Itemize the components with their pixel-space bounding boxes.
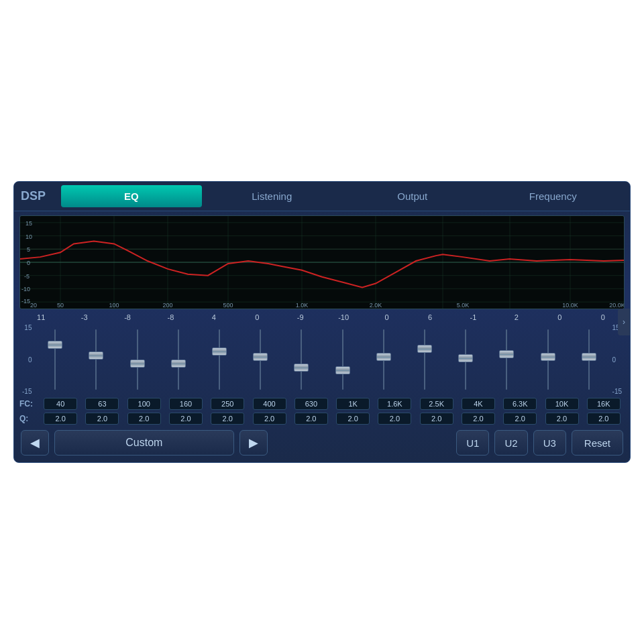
slider-track-3 (178, 329, 179, 390)
q-cell-4[interactable]: 2.0 (211, 413, 244, 425)
fc-cell-2[interactable]: 100 (127, 398, 161, 410)
tab-listening[interactable]: Listening (202, 185, 343, 207)
q-cell-10[interactable]: 2.0 (462, 413, 495, 425)
slider-track-9 (424, 329, 425, 390)
fc-cells: 40631001602504006301K1.6K2.5K4K6.3K10K16… (40, 398, 625, 410)
q-cell-11[interactable]: 2.0 (503, 413, 537, 425)
app-container: DSP EQ Listening Output Frequency (13, 181, 631, 463)
slider-13[interactable] (572, 326, 606, 393)
fc-cell-3[interactable]: 160 (169, 398, 203, 410)
value-label-6: -9 (282, 313, 319, 321)
tab-frequency[interactable]: Frequency (483, 185, 624, 207)
tab-eq[interactable]: EQ (61, 185, 202, 207)
q-cell-9[interactable]: 2.0 (420, 413, 453, 425)
fc-cell-6[interactable]: 630 (294, 398, 328, 410)
value-label-13: 0 (584, 313, 622, 321)
slider-thumb-4[interactable] (212, 347, 227, 356)
q-cell-12[interactable]: 2.0 (545, 413, 579, 425)
slider-thumb-12[interactable] (541, 353, 555, 361)
slider-thumb-8[interactable] (376, 353, 391, 361)
slider-track-12 (547, 329, 549, 390)
slider-6[interactable] (284, 326, 319, 393)
fc-cell-5[interactable]: 400 (253, 398, 286, 410)
fc-cell-7[interactable]: 1K (336, 398, 370, 410)
side-chevron[interactable]: › (618, 309, 630, 335)
slider-track-7 (342, 329, 343, 390)
fc-cell-10[interactable]: 4K (462, 398, 495, 410)
slider-0[interactable] (38, 326, 72, 393)
reset-button[interactable]: Reset (572, 430, 623, 455)
slider-thumb-6[interactable] (294, 364, 309, 372)
q-cell-7[interactable]: 2.0 (336, 413, 370, 425)
sliders-section: 11-3-8-840-9-1006-1200 15 0 -15 15 0 -15… (14, 312, 630, 426)
header: DSP EQ Listening Output Frequency (14, 182, 630, 211)
scale-left: 15 0 -15 (19, 323, 34, 396)
slider-track-1 (95, 329, 97, 390)
svg-text:5.0K: 5.0K (457, 302, 470, 309)
slider-12[interactable] (531, 326, 566, 393)
q-cell-3[interactable]: 2.0 (169, 413, 203, 425)
fc-label: FC: (19, 399, 40, 409)
q-cell-6[interactable]: 2.0 (294, 413, 328, 425)
q-cell-1[interactable]: 2.0 (85, 413, 119, 425)
svg-text:0: 0 (27, 260, 30, 266)
fc-cell-9[interactable]: 2.5K (420, 398, 453, 410)
slider-thumb-11[interactable] (499, 350, 514, 358)
u2-button[interactable]: U2 (494, 430, 527, 455)
fc-cell-12[interactable]: 10K (545, 398, 579, 410)
slider-thumb-9[interactable] (417, 345, 432, 353)
q-cell-13[interactable]: 2.0 (587, 413, 621, 425)
slider-thumb-10[interactable] (458, 354, 473, 362)
slider-thumb-5[interactable] (253, 353, 268, 361)
slider-thumb-3[interactable] (171, 360, 186, 368)
tab-output[interactable]: Output (342, 185, 483, 207)
value-label-11: 2 (498, 313, 535, 321)
slider-track-8 (383, 329, 384, 390)
slider-8[interactable] (366, 326, 401, 393)
slider-7[interactable] (325, 326, 360, 393)
value-labels-row: 11-3-8-840-9-1006-1200 (19, 312, 625, 323)
slider-track-5 (260, 329, 261, 390)
svg-text:10.0K: 10.0K (562, 302, 578, 309)
preset-name-display: Custom (54, 430, 234, 455)
svg-text:-10: -10 (21, 286, 30, 292)
q-cell-8[interactable]: 2.0 (378, 413, 411, 425)
slider-5[interactable] (243, 326, 278, 393)
svg-text:20.0K: 20.0K (609, 302, 624, 309)
slider-thumb-1[interactable] (89, 352, 103, 360)
q-cell-2[interactable]: 2.0 (127, 413, 161, 425)
slider-2[interactable] (120, 326, 155, 393)
slider-thumb-7[interactable] (335, 366, 350, 374)
eq-graph: 20 50 100 200 500 1.0K 2.0K 5.0K 10.0K 2… (19, 215, 625, 309)
fc-cell-11[interactable]: 6.3K (503, 398, 537, 410)
slider-9[interactable] (407, 326, 442, 393)
slider-thumb-0[interactable] (48, 341, 62, 349)
slider-4[interactable] (202, 326, 237, 393)
fc-cell-8[interactable]: 1.6K (378, 398, 411, 410)
fc-cell-0[interactable]: 40 (44, 398, 77, 410)
value-label-5: 0 (238, 313, 276, 321)
svg-text:2.0K: 2.0K (370, 302, 382, 309)
prev-button[interactable]: ◀ (21, 430, 49, 455)
fc-cell-4[interactable]: 250 (211, 398, 244, 410)
svg-text:20: 20 (30, 302, 37, 309)
slider-11[interactable] (489, 326, 524, 393)
u3-button[interactable]: U3 (533, 430, 566, 455)
slider-thumb-2[interactable] (130, 360, 145, 368)
u1-button[interactable]: U1 (456, 430, 489, 455)
q-label: Q: (19, 414, 40, 423)
value-label-8: 0 (368, 313, 406, 321)
value-label-9: 6 (411, 313, 449, 321)
slider-10[interactable] (448, 326, 483, 393)
slider-1[interactable] (78, 326, 113, 393)
q-cell-5[interactable]: 2.0 (253, 413, 286, 425)
fc-cell-13[interactable]: 16K (587, 398, 621, 410)
fc-cell-1[interactable]: 63 (85, 398, 119, 410)
q-cell-0[interactable]: 2.0 (44, 413, 77, 425)
next-button[interactable]: ▶ (239, 430, 268, 455)
svg-text:5: 5 (27, 246, 30, 253)
svg-text:500: 500 (223, 302, 233, 309)
fc-row: FC: 40631001602504006301K1.6K2.5K4K6.3K1… (19, 398, 625, 410)
slider-3[interactable] (161, 326, 196, 393)
slider-thumb-13[interactable] (582, 353, 596, 361)
